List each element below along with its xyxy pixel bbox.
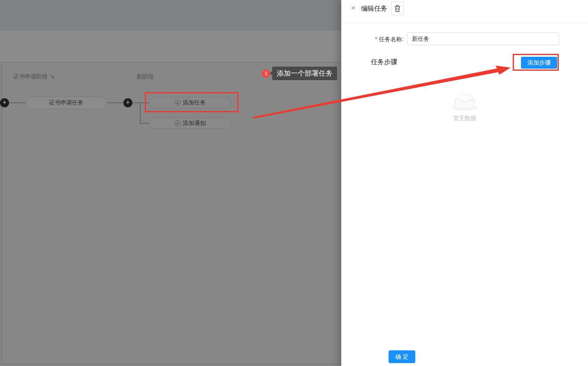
edit-task-drawer: × 编辑任务 *任务名称: 任务步骤 添加步骤 暂无数据 确 定 — [341, 0, 588, 366]
task-name-label: *任务名称: — [375, 36, 403, 43]
close-icon[interactable]: × — [351, 3, 356, 13]
empty-state: 暂无数据 — [341, 94, 588, 122]
trash-icon — [394, 5, 400, 12]
header-divider — [341, 23, 588, 23]
task-steps-title: 任务步骤 — [371, 58, 397, 67]
drawer-title: 编辑任务 — [361, 5, 387, 13]
annotation-badge: 1 — [262, 69, 270, 78]
annotation-tooltip: 添加一个部署任务 — [272, 67, 337, 80]
empty-state-text: 暂无数据 — [341, 115, 588, 122]
task-name-label-text: 任务名称: — [379, 36, 403, 42]
task-name-input[interactable] — [407, 32, 559, 45]
confirm-button[interactable]: 确 定 — [389, 350, 415, 363]
required-mark: * — [375, 36, 377, 42]
add-step-button[interactable]: 添加步骤 — [521, 57, 557, 69]
delete-task-button[interactable] — [391, 2, 404, 15]
empty-box-icon — [451, 94, 478, 111]
